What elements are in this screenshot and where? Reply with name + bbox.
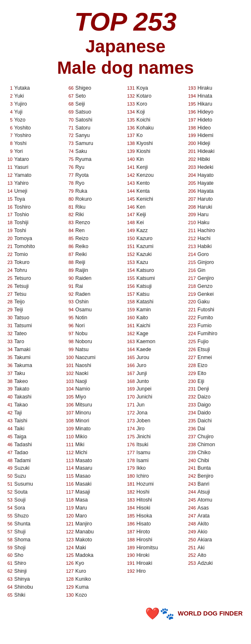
item-name: Banri [197, 480, 209, 488]
item-number: 24 [3, 267, 13, 274]
item-name: Kin [136, 155, 144, 163]
item-name: Hachi [197, 235, 210, 243]
list-item: 53Souji [3, 496, 64, 504]
item-name: Ken [136, 203, 146, 211]
item-number: 223 [187, 322, 196, 329]
item-name: Naoki [75, 370, 88, 378]
item-name: Masaji [75, 488, 90, 496]
item-number: 42 [3, 409, 13, 416]
item-name: Isami [136, 457, 149, 465]
list-item: 184Hisoki [126, 504, 187, 512]
list-item: 67Seto [64, 92, 126, 100]
item-name: Naoji [75, 378, 87, 385]
item-name: Saku [75, 147, 87, 155]
item-name: Jinichi [136, 433, 151, 441]
list-item: 189Hiromitsu [126, 544, 187, 552]
list-item: 22Tomio [3, 251, 64, 259]
list-item: 246Asas [187, 504, 248, 512]
item-number: 177 [126, 449, 135, 456]
page-title-line1: TOP 253 [4, 8, 247, 36]
item-name: Hiroshi [136, 536, 152, 544]
list-item: 133Koro [126, 100, 187, 108]
list-item: 250Akiara [187, 536, 248, 544]
item-name: Toshi [14, 227, 26, 235]
item-number: 190 [126, 552, 135, 559]
item-number: 172 [126, 409, 135, 416]
list-item: 212Hachi [187, 235, 248, 243]
item-name: Koya [136, 84, 148, 92]
item-number: 16 [3, 204, 13, 211]
list-item: 209Haru [187, 211, 248, 219]
list-item: 213Habiki [187, 243, 248, 251]
list-item: 186Hisato [126, 520, 187, 528]
item-number: 211 [187, 227, 196, 234]
item-name: Kento [136, 179, 150, 187]
item-name: Minori [75, 417, 89, 425]
item-number: 245 [187, 497, 196, 504]
item-name: Hibiki [197, 155, 210, 163]
item-number: 49 [3, 465, 13, 472]
item-name: Tohru [14, 266, 27, 274]
item-number: 246 [187, 504, 196, 512]
list-item: 47Tadao [3, 449, 64, 457]
item-name: Haku [197, 219, 209, 227]
item-number: 210 [187, 219, 196, 226]
list-item: 122Manabu [64, 528, 126, 536]
item-name: Shoji [14, 544, 26, 552]
list-item: 243Banri [187, 480, 248, 488]
list-item: 33Taro [3, 338, 64, 346]
list-item: 241Bunta [187, 464, 248, 472]
list-item: 169Junpei [126, 385, 187, 393]
list-item: 159Kamin [126, 306, 187, 314]
item-number: 10 [3, 156, 13, 163]
item-number: 143 [126, 180, 135, 187]
item-number: 181 [126, 481, 135, 488]
item-name: Takato [14, 385, 29, 393]
list-item: 3Yujiro [3, 100, 64, 108]
item-number: 45 [3, 433, 13, 440]
list-item: 80Rokuro [64, 195, 126, 203]
item-number: 105 [64, 393, 74, 401]
item-name: Kotaro [136, 92, 151, 100]
list-item: 253Adzuki [187, 559, 248, 567]
item-number: 14 [3, 188, 13, 195]
item-number: 164 [126, 346, 135, 353]
item-name: Adzuki [197, 559, 213, 567]
item-number: 97 [64, 330, 74, 337]
item-number: 74 [64, 148, 74, 155]
item-name: Tomio [14, 251, 28, 259]
list-item: 17Toshio [3, 211, 64, 219]
list-item: 106Mitsuru [64, 401, 126, 409]
item-number: 43 [3, 417, 13, 424]
item-name: Takashi [14, 393, 31, 401]
item-name: Tomohito [14, 243, 35, 251]
list-item: 108Minori [64, 417, 126, 425]
item-number: 69 [64, 109, 74, 116]
item-name: Ginjoro [197, 259, 214, 266]
item-name: Makoto [75, 536, 92, 544]
item-number: 250 [187, 536, 196, 543]
item-number: 115 [64, 473, 74, 480]
list-item: 31Tatsumi [3, 322, 64, 330]
item-number: 179 [126, 465, 135, 472]
item-name: Riku [75, 203, 85, 211]
item-name: Chimon [197, 441, 215, 449]
item-number: 81 [64, 204, 74, 211]
item-name: Ryo [75, 179, 85, 187]
item-name: Kazuro [136, 235, 153, 243]
list-item: 155Katsumi [126, 274, 187, 282]
item-name: Taro [14, 338, 24, 346]
item-name: Aito [197, 551, 206, 559]
item-number: 1 [3, 85, 13, 92]
list-item: 13Yahiro [3, 179, 64, 187]
item-name: Seto [75, 92, 86, 100]
list-item: 116Masaki [64, 480, 126, 488]
item-name: Kohaku [136, 124, 154, 132]
item-name: Fumito [197, 314, 213, 322]
list-item: 81Riku [64, 203, 126, 211]
item-name: Taiki [14, 425, 24, 433]
list-item: 27Tetsu [3, 290, 64, 298]
list-item: 66Shigeo [64, 84, 126, 92]
item-name: Nobu [75, 330, 87, 338]
item-number: 111 [64, 441, 74, 448]
